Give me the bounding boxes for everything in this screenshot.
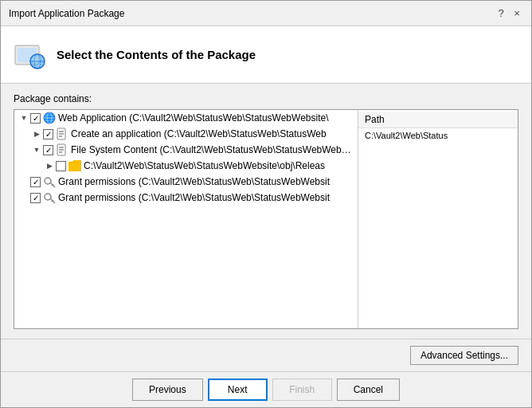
checkbox-fs-child[interactable] [56, 161, 66, 171]
file-system-icon [56, 143, 68, 156]
help-button[interactable]: ? [495, 7, 507, 20]
key-icon-2 [43, 191, 56, 204]
svg-point-23 [45, 194, 51, 200]
expand-create-app[interactable]: ▶ [30, 128, 43, 140]
checkbox-create-app[interactable] [43, 129, 53, 139]
dialog-window: Import Application Package ? × [0, 0, 532, 408]
tree-label-root: Web Application (C:\Vault2\Web\StatusWeb… [58, 112, 329, 124]
page-icon [56, 128, 68, 140]
globe-icon [43, 112, 56, 124]
content-area: Package contains: ▼ [1, 84, 531, 339]
checkbox-grant1[interactable] [30, 177, 41, 187]
package-label: Package contains: [14, 93, 518, 104]
next-button[interactable]: Next [208, 379, 268, 401]
tree-item-file-system[interactable]: ▼ File System Content (C:\Vault2\Web\Sta… [14, 142, 358, 158]
close-button[interactable]: × [510, 7, 523, 20]
svg-point-5 [30, 54, 45, 69]
detail-panel-header: Path [358, 112, 518, 128]
header-section: Select the Contents of the Package [1, 26, 531, 84]
header-icon [14, 39, 45, 71]
tree-label-fs-child: C:\Vault2\Web\StatusWeb\StatusWebWebsite… [84, 160, 325, 171]
title-bar: Import Application Package ? × [1, 1, 531, 26]
expand-file-system[interactable]: ▼ [30, 143, 43, 156]
tree-item-root[interactable]: ▼ Web Application (C:\Vault2\Web\StatusW… [14, 110, 358, 126]
window-title: Import Application Package [9, 8, 124, 19]
key-icon-1 [43, 175, 56, 188]
tree-label-create-app: Create an application (C:\Vault2\Web\Sta… [71, 128, 327, 139]
checkbox-grant2[interactable] [30, 193, 41, 203]
tree-panel-container: ▼ Web Application (C:\Vault2\Web\StatusW… [14, 109, 518, 329]
tree-label-file-system: File System Content (C:\Vault2\Web\Statu… [71, 144, 354, 155]
title-bar-left: Import Application Package [9, 8, 124, 19]
svg-rect-19 [68, 163, 81, 171]
tree-label-grant2: Grant permissions (C:\Vault2\Web\StatusW… [58, 192, 330, 203]
checkbox-root[interactable] [30, 113, 41, 124]
svg-point-20 [45, 178, 51, 184]
tree-label-grant1: Grant permissions (C:\Vault2\Web\StatusW… [58, 176, 330, 187]
tree-item-fs-child[interactable]: ▶ C:\Vault2\Web\StatusWeb\StatusWebWebsi… [14, 158, 358, 174]
finish-button[interactable]: Finish [272, 379, 332, 401]
advanced-bar: Advanced Settings... [1, 339, 531, 371]
previous-button[interactable]: Previous [132, 379, 203, 401]
tree-item-grant2[interactable]: ▶ Grant permissions (C:\Vault2\Web\Statu… [14, 190, 358, 206]
expand-fs-child[interactable]: ▶ [43, 159, 56, 172]
cancel-button[interactable]: Cancel [337, 379, 400, 401]
tree-item-grant1[interactable]: ▶ Grant permissions (C:\Vault2\Web\Statu… [14, 174, 358, 190]
button-bar: Previous Next Finish Cancel [1, 371, 531, 407]
tree-panel[interactable]: ▼ Web Application (C:\Vault2\Web\StatusW… [14, 110, 358, 328]
folder-icon [68, 159, 81, 172]
expand-root[interactable]: ▼ [18, 112, 30, 124]
header-title: Select the Contents of the Package [57, 48, 256, 61]
advanced-settings-button[interactable]: Advanced Settings... [410, 346, 518, 365]
detail-panel: Path C:\Vault2\Web\Status [358, 110, 518, 328]
title-bar-controls: ? × [495, 7, 523, 20]
tree-item-create-app[interactable]: ▶ Create an application (C:\Vault2\Web\S… [14, 126, 358, 142]
checkbox-file-system[interactable] [43, 145, 53, 155]
detail-panel-value: C:\Vault2\Web\Status [358, 128, 518, 143]
